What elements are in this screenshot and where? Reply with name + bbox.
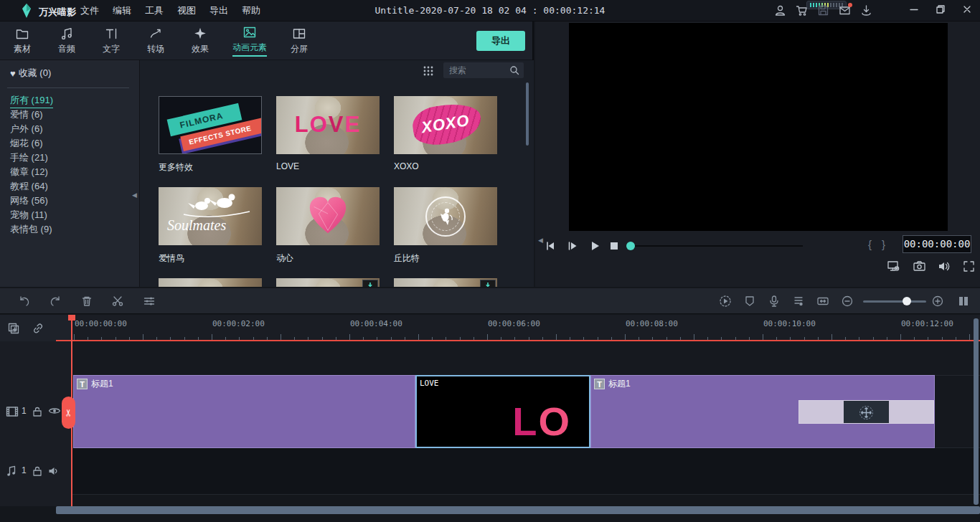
element-item[interactable]: LOVELOVE [276,96,380,171]
menubar-item[interactable]: 编辑 [113,4,131,17]
sidebar-category[interactable]: 手绘 (21) [0,151,139,165]
tab-text[interactable]: 文字 [89,22,133,60]
sidebar-favorites[interactable]: ♥收藏 (0) [10,67,51,80]
audio-mixer-icon[interactable] [792,295,805,308]
seek-handle[interactable] [626,242,635,250]
zoom-slider[interactable] [863,300,926,303]
search-icon[interactable] [509,65,519,75]
menubar-item[interactable]: 导出 [209,4,228,17]
notification-dot [848,3,852,7]
overlay-center[interactable] [844,401,889,423]
sidebar-category[interactable]: 所有 (191) [0,93,139,108]
volume-icon[interactable] [937,260,951,273]
restore-icon[interactable] [935,4,946,15]
timeline-vertical-scrollbar[interactable] [974,318,979,505]
close-icon[interactable] [961,4,973,15]
app-logo-icon [20,4,33,18]
link-icon[interactable] [32,322,44,335]
adjust-icon[interactable] [143,295,156,308]
sidebar-category[interactable]: 户外 (6) [0,122,139,136]
add-track-icon[interactable] [7,322,20,335]
dragged-element-overlay[interactable] [798,400,934,424]
element-item[interactable]: XOXOXOXO [394,96,497,171]
elements-grid-panel: FILMORAEFFECTS STORE更多特效 LOVELOVE XOXOXO… [140,60,534,287]
next-frame-button[interactable] [566,239,579,252]
zoom-out-icon[interactable] [841,295,854,308]
title-clip[interactable]: T标题1 [73,375,415,448]
grid-view-icon[interactable] [423,65,434,77]
sidebar-category[interactable]: 烟花 (6) [0,136,139,151]
mail-icon[interactable] [839,4,851,16]
download-icon[interactable] [860,4,872,16]
mark-in-out-buttons[interactable]: {} [868,238,895,250]
sidebar-category[interactable]: 徽章 (12) [0,165,139,179]
stop-button[interactable] [608,239,621,252]
record-voiceover-icon[interactable] [768,295,781,308]
timeline-horizontal-scrollbar[interactable] [56,506,980,514]
element-item[interactable] [159,278,262,287]
sidebar-collapse-icon[interactable]: ◀ [132,191,137,199]
lock-icon[interactable] [32,465,42,477]
speaker-icon[interactable] [47,465,60,477]
menubar-item[interactable]: 文件 [80,4,99,17]
sidebar-category[interactable]: 表情包 (9) [0,222,139,237]
mark-icon[interactable] [743,295,756,308]
element-item[interactable] [276,278,380,287]
heart-icon: ♥ [10,68,16,79]
love-thumbnail: LOVE [276,96,380,154]
menubar-item[interactable]: 工具 [145,4,164,17]
cart-icon[interactable] [796,4,808,16]
fullscreen-icon[interactable] [962,260,976,273]
lock-icon[interactable] [32,406,42,417]
cut-icon[interactable] [111,295,124,308]
previous-frame-button[interactable] [545,239,557,252]
tab-folder[interactable]: 素材 [0,22,44,60]
minimize-icon[interactable] [908,4,920,15]
display-settings-icon[interactable] [887,260,900,273]
element-item[interactable]: Soulmates爱情鸟 [159,187,262,265]
timeline-ruler[interactable]: 00:00:00:0000:00:02:0000:00:04:0000:00:0… [72,315,980,341]
preview-panel: ◀ {} 00:00:00:00 [535,22,980,287]
love-clip-graphic: LO [512,402,571,442]
sidebar-category[interactable]: 宠物 (11) [0,208,139,222]
menubar-item[interactable]: 视图 [177,4,196,17]
sidebar-category[interactable]: 网络 (56) [0,194,139,208]
snapshot-icon[interactable] [913,260,926,273]
save-icon[interactable] [817,4,829,16]
sidebar-category[interactable]: 教程 (64) [0,179,139,194]
playhead-scissors-button[interactable]: ✂ [62,397,75,429]
move-icon [857,404,875,422]
seek-bar[interactable] [629,245,803,247]
redo-icon[interactable] [49,295,62,308]
play-button[interactable] [588,239,601,252]
element-label: XOXO [394,161,497,171]
element-item[interactable] [394,278,497,287]
zoom-fit-icon[interactable] [816,295,829,308]
menubar-item[interactable]: 帮助 [242,4,260,17]
soulmates-thumbnail: Soulmates [159,187,262,245]
element-clip-selected[interactable]: LOVE LO [415,375,590,448]
sidebar-category[interactable]: 爱情 (6) [0,108,139,122]
zoom-in-icon[interactable] [931,295,944,308]
element-label: 爱情鸟 [159,252,262,265]
tab-transition[interactable]: 转场 [133,22,178,60]
empty-track-row[interactable] [72,341,980,375]
tab-fx[interactable]: 效果 [178,22,222,60]
image-icon [242,25,257,39]
track-manager-icon[interactable] [957,295,970,308]
element-item[interactable]: 丘比特 [394,187,497,265]
tab-image[interactable]: 动画元素 [222,22,277,60]
tab-split[interactable]: 分屏 [277,22,321,60]
element-item[interactable]: 动心 [276,187,380,265]
render-preview-icon[interactable] [719,295,732,308]
zoom-slider-handle[interactable] [903,297,911,305]
export-button[interactable]: 导出 [476,31,525,51]
element-item[interactable]: FILMORAEFFECTS STORE更多特效 [159,96,262,174]
audio-track-row[interactable] [72,448,980,495]
tab-music[interactable]: 音频 [44,22,89,60]
delete-icon[interactable] [80,295,93,308]
user-icon[interactable] [774,4,786,16]
content-scrollbar[interactable] [526,82,529,146]
undo-icon[interactable] [18,295,31,308]
search-input[interactable] [443,65,509,75]
